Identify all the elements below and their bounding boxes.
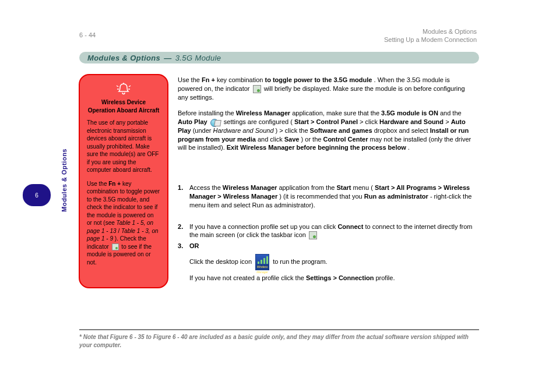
- taskbar-icon: [309, 231, 317, 239]
- autoplay-icon: [210, 118, 221, 126]
- svg-line-3: [129, 86, 131, 87]
- p2-e: > click: [360, 118, 379, 125]
- wireless-manager-icon: Wireless Manager: [255, 254, 269, 270]
- p2-b5: Hardware and Sound: [379, 118, 444, 125]
- indicator-icon: [112, 243, 119, 250]
- p2-f: >: [445, 118, 451, 125]
- warning-paragraph-1: The use of any portable electronic trans…: [87, 119, 160, 174]
- p2-k: ) or the: [301, 136, 323, 143]
- p2-c: and the: [440, 110, 462, 116]
- title-separator: —: [164, 54, 171, 62]
- title-right: 3.5G Module: [175, 54, 221, 62]
- s1-e: menu (: [353, 184, 373, 191]
- wm-icon-label: Wireless Manager: [256, 264, 269, 270]
- s3-c: profile.: [375, 274, 395, 281]
- body-text: Use the Fn + key combination to toggle p…: [178, 76, 475, 159]
- page-tab-marker: 6: [23, 184, 51, 206]
- p2-b7: Software and games: [310, 127, 372, 134]
- warn-p2-a: Use the: [87, 181, 108, 187]
- p2-b10: Control Center: [323, 136, 368, 143]
- warning-paragraph-2: Use the Fn + key combination to toggle p…: [87, 180, 160, 267]
- s1-b: Wireless Manager: [223, 184, 277, 191]
- warn-p2-bold: Fn +: [108, 181, 122, 187]
- p2-b2: 3.5G module is ON: [381, 110, 438, 116]
- steps-list: Access the Wireless Manager application …: [178, 183, 476, 295]
- top-right-header: Modules & Options Setting Up a Modem Con…: [384, 27, 477, 44]
- p1-a: Use the: [178, 76, 202, 83]
- title-left: Modules & Options: [87, 54, 160, 62]
- or-label: OR: [189, 242, 199, 249]
- s1-a: Access the: [189, 184, 223, 191]
- s1-g: ) (it is recommended that you: [279, 193, 364, 200]
- top-right-line2: Setting Up a Modem Connection: [384, 36, 477, 44]
- p2-d: settings are configured (: [224, 118, 293, 125]
- step-1: Access the Wireless Manager application …: [178, 183, 476, 210]
- p2-b11: Exit Wireless Manager before beginning t…: [227, 144, 406, 151]
- p2-b9: Save: [284, 136, 300, 143]
- indicator-icon: [253, 85, 261, 93]
- s3-alt-b: to run the program.: [273, 258, 328, 265]
- page-number-top: 6 - 44: [79, 31, 96, 38]
- p2-i: dropbox and select: [374, 127, 430, 134]
- body-paragraph-2: Before installing the Wireless Manager a…: [178, 109, 475, 152]
- s2-b: Connect: [337, 223, 363, 230]
- p2-b4: Start > Control Panel: [294, 118, 358, 125]
- s1-c: application from the: [279, 184, 336, 191]
- warning-panel: Wireless Device Operation Aboard Aircraf…: [79, 74, 168, 288]
- s3-a: If you have not created a profile click …: [189, 274, 306, 281]
- section-title-bar: Modules & Options — 3.5G Module: [79, 52, 479, 63]
- warning-heading: Wireless Device Operation Aboard Aircraf…: [87, 98, 160, 114]
- p2-g: (under: [193, 127, 213, 134]
- p2-i1: Hardware and Sound: [213, 127, 274, 134]
- footer-note: * Note that Figure 6 - 35 to Figure 6 - …: [79, 333, 479, 349]
- body-paragraph-1: Use the Fn + key combination to toggle p…: [178, 76, 475, 102]
- p1-b: key combination: [217, 76, 265, 83]
- top-right-line1: Modules & Options: [384, 27, 477, 36]
- page-tab-marker-number: 6: [35, 192, 38, 199]
- s1-h: Run as administrator: [364, 193, 428, 200]
- p2-b: application, make sure that the: [292, 110, 381, 116]
- footer-divider: [79, 329, 479, 330]
- p1-b1: Fn +: [202, 76, 215, 83]
- p2-a: Before installing the: [178, 110, 236, 116]
- s3-b: Settings > Connection: [306, 274, 375, 281]
- svg-line-1: [117, 86, 118, 87]
- s3-alt-a: Click the desktop icon: [189, 258, 254, 265]
- bell-icon: [115, 82, 132, 95]
- side-tab-label: Modules & Options: [61, 149, 68, 212]
- step-2: If you have a connection profile set up …: [178, 223, 476, 240]
- p2-b1: Wireless Manager: [236, 110, 290, 116]
- s2-a: If you have a connection profile set up …: [189, 223, 337, 230]
- step-3: OR Click the desktop icon Wireless Manag…: [178, 242, 476, 282]
- p2-b3: Auto Play: [178, 118, 207, 125]
- p2-j: and click: [258, 136, 284, 143]
- p2-h: ) > click the: [276, 127, 310, 134]
- p2-m: .: [408, 144, 410, 151]
- s1-d: Start: [336, 184, 351, 191]
- p1-b2: to toggle power to the 3.5G module: [265, 76, 372, 83]
